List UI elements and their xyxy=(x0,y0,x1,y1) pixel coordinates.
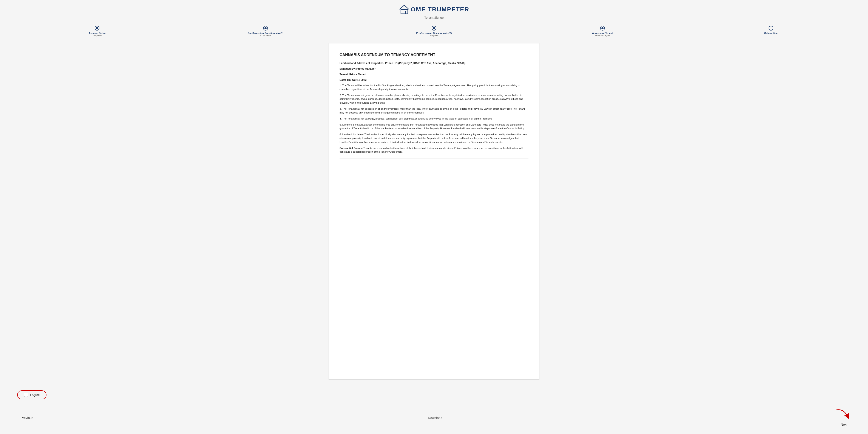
paragraph-4: 4. The Tenant may not package, produce, … xyxy=(340,117,528,121)
svg-rect-1 xyxy=(403,11,406,14)
document-container: CANNABIS ADDENDUM TO TENANCY AGREEMENT L… xyxy=(329,43,539,379)
progress-steps: Account Setup Completed Pre-Screening Qu… xyxy=(13,26,855,37)
date-field: Date: Thu Oct 12 2023 xyxy=(340,78,528,82)
step-agreement-tenant: Agreement Tenant Read and agree xyxy=(518,26,687,37)
step-label-2: Pre-Screening Questionnaire(1) xyxy=(248,32,283,34)
substantial-breach-text: Tenants are responsible forthe actions o… xyxy=(340,147,523,153)
step-circle-5 xyxy=(769,26,773,31)
step-circle-4 xyxy=(600,26,605,31)
step-onboarding: Onboarding xyxy=(687,26,855,34)
step-label-3: Pre-Screening Questionnaire(2) xyxy=(416,32,452,34)
step-sublabel-3: Completed xyxy=(429,34,439,37)
step-label-4: Agreement Tenant xyxy=(592,32,613,34)
agree-section: I Agree xyxy=(0,384,868,406)
step-label-1: Account Setup xyxy=(89,32,106,34)
managed-by-field: Managed By: Prince Manager xyxy=(340,67,528,71)
substantial-breach-label: Substantial Breach: xyxy=(340,147,363,149)
previous-button[interactable]: Previous xyxy=(17,415,37,421)
footer-buttons: Previous Download Next xyxy=(0,406,868,434)
agree-label[interactable]: I Agree xyxy=(30,393,39,397)
main-content: CANNABIS ADDENDUM TO TENANCY AGREEMENT L… xyxy=(0,39,868,384)
step-prescreening-1: Pre-Screening Questionnaire(1) Completed xyxy=(181,26,350,37)
paragraph-2: 2. The Tenant may not grow or cultivate … xyxy=(340,94,528,105)
download-button[interactable]: Download xyxy=(425,415,446,421)
paragraph-1: 1. The Tenant will be subject to the No … xyxy=(340,84,528,91)
progress-bar: Account Setup Completed Pre-Screening Qu… xyxy=(0,22,868,39)
step-sublabel-1: Completed xyxy=(92,34,102,37)
document-divider xyxy=(340,158,528,159)
header: OME TRUMPETER Tenant Signup xyxy=(0,0,868,22)
logo-text: OME TRUMPETER xyxy=(411,6,469,13)
step-prescreening-2: Pre-Screening Questionnaire(2) Completed xyxy=(350,26,518,37)
paragraph-6: 6. Landlord disclaimer The Landlord spec… xyxy=(340,133,528,144)
document-title: CANNABIS ADDENDUM TO TENANCY AGREEMENT xyxy=(340,52,528,58)
step-sublabel-4: Read and agree xyxy=(595,34,610,37)
step-circle-1 xyxy=(95,26,99,31)
step-circle-2 xyxy=(263,26,268,31)
agree-checkbox-wrapper[interactable]: I Agree xyxy=(17,390,46,399)
paragraph-3: 3. The Tenant may not possess, in or on … xyxy=(340,107,528,115)
step-circle-3 xyxy=(432,26,436,31)
paragraph-5: 5. Landlord is not a guarantor of cannab… xyxy=(340,123,528,131)
agree-checkbox[interactable] xyxy=(24,393,28,397)
next-button[interactable]: Next xyxy=(837,421,851,428)
step-sublabel-2: Completed xyxy=(260,34,271,37)
subtitle: Tenant Signup xyxy=(424,16,444,19)
landlord-field: Landlord and Address of Properties: Prin… xyxy=(340,61,528,65)
red-arrow-annotation xyxy=(834,408,851,421)
substantial-breach: Substantial Breach: Tenants are responsi… xyxy=(340,146,528,154)
home-icon xyxy=(399,4,410,14)
tenant-field: Tenant: Prince Tenant xyxy=(340,72,528,76)
step-account-setup: Account Setup Completed xyxy=(13,26,181,37)
svg-rect-0 xyxy=(401,9,408,14)
step-label-5: Onboarding xyxy=(764,32,777,34)
logo: OME TRUMPETER xyxy=(399,4,469,14)
next-area: Next xyxy=(834,408,851,428)
